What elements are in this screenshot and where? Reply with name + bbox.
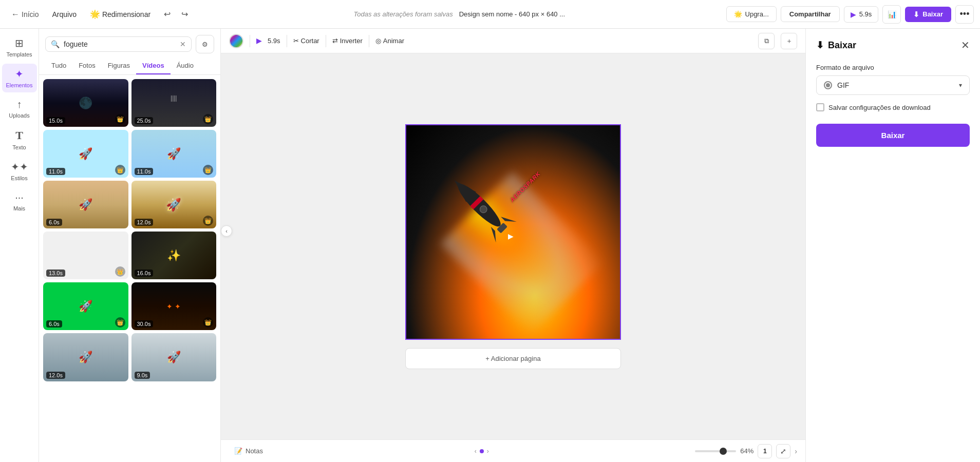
share-button[interactable]: Compartilhar	[781, 6, 840, 22]
expand-right-icon[interactable]: ›	[795, 447, 797, 455]
cut-button[interactable]: ✂ Cortar	[293, 37, 319, 45]
upgrade-label: Upgra...	[745, 10, 769, 18]
animate-button[interactable]: ◎ Animar	[375, 37, 404, 45]
video-result-7[interactable]: 13.0s 👑	[43, 232, 128, 279]
video-result-12[interactable]: 🚀 9.0s	[131, 333, 217, 381]
filter-button[interactable]: ⚙	[196, 35, 214, 53]
zoom-thumb	[720, 448, 727, 455]
clear-search-icon[interactable]: ✕	[180, 40, 186, 48]
duplicate-button[interactable]: ⧉	[758, 33, 775, 49]
crown-4: 👑	[203, 165, 213, 175]
bottom-center: ‹ ›	[475, 448, 489, 455]
baixar-button[interactable]: Baixar	[816, 124, 970, 147]
templates-label: Templates	[6, 51, 32, 57]
tab-fotos[interactable]: Fotos	[72, 57, 102, 74]
crown-9: 👑	[115, 317, 125, 328]
tab-audio[interactable]: Áudio	[171, 57, 200, 74]
video-result-11[interactable]: 🚀 12.0s	[43, 333, 128, 381]
crown-10: 👑	[203, 317, 213, 328]
chevron-down-icon: ▾	[959, 82, 962, 89]
sidebar-item-estilos[interactable]: ✦✦ Estilos	[2, 157, 37, 185]
search-input[interactable]	[64, 40, 176, 48]
prev-page-icon[interactable]: ‹	[475, 448, 477, 455]
play-icon: ▶	[256, 37, 261, 45]
video-result-1[interactable]: 🌑 15.0s 👑	[43, 79, 128, 127]
tab-videos[interactable]: Vídeos	[136, 57, 171, 74]
upgrade-button[interactable]: 🌟 Upgra...	[726, 6, 777, 22]
hide-panel-button[interactable]: ‹	[221, 225, 232, 237]
analytics-icon: 📊	[888, 10, 896, 18]
tab-tudo[interactable]: Tudo	[45, 57, 72, 74]
crown-6: 👑	[203, 216, 213, 226]
texto-icon: T	[15, 129, 23, 142]
redo-button[interactable]: ↪	[176, 6, 193, 23]
video-result-5[interactable]: 🚀 6.0s	[43, 181, 128, 228]
video-result-6[interactable]: 🚀 12.0s 👑	[131, 181, 217, 228]
save-settings-checkbox[interactable]	[816, 103, 824, 111]
fullscreen-button[interactable]: ⤢	[776, 444, 790, 458]
duration-1: 15.0s	[46, 117, 65, 124]
duration-2: 25.0s	[135, 117, 154, 124]
radio-inner	[826, 83, 830, 87]
video-result-9[interactable]: 🚀 6.0s 👑	[43, 282, 128, 330]
video-thumb-icon-4: 🚀	[167, 147, 181, 161]
tab-figuras-label: Figuras	[108, 62, 130, 69]
estilos-icon: ✦✦	[11, 161, 28, 173]
add-page-button[interactable]: + Adicionar página	[405, 348, 621, 369]
next-page-icon[interactable]: ›	[487, 448, 489, 455]
resize-button[interactable]: 🌟 Redimensionar	[85, 6, 156, 22]
add-button[interactable]: ＋	[781, 33, 797, 49]
color-picker[interactable]	[229, 34, 243, 48]
rocket-outline-icon: 🚀	[166, 198, 181, 212]
scissors-icon: ✂	[293, 37, 299, 45]
duration-9: 6.0s	[46, 320, 62, 328]
duration-11: 12.0s	[46, 372, 65, 379]
duplicate-icon: ⧉	[764, 37, 769, 45]
download-top-button[interactable]: ⬇ Baixar	[905, 7, 951, 22]
timer-button[interactable]: ▶ 5.9s	[844, 6, 879, 23]
undo-button[interactable]: ↩	[159, 6, 175, 23]
format-select-left: GIF	[824, 81, 849, 89]
save-settings[interactable]: Salvar configurações de download	[816, 103, 970, 111]
sidebar-item-uploads[interactable]: ↑ Uploads	[2, 94, 37, 123]
sidebar-item-templates[interactable]: ⊞ Templates	[2, 33, 37, 62]
page-indicator: ‹ ›	[475, 448, 489, 455]
duration-4: 11.0s	[135, 168, 154, 175]
sidebar-item-texto[interactable]: T Texto	[2, 125, 37, 155]
video-result-2[interactable]: |||| 25.0s 👑	[131, 79, 217, 127]
tab-figuras[interactable]: Figuras	[102, 57, 136, 74]
video-result-10[interactable]: ✦ ✦ 30.0s 👑	[131, 282, 217, 330]
baixar-label: Baixar	[881, 131, 905, 140]
close-panel-button[interactable]: ✕	[961, 39, 970, 51]
video-result-4[interactable]: 🚀 11.0s 👑	[131, 130, 217, 178]
texto-label: Texto	[12, 144, 26, 150]
analytics-button[interactable]: 📊	[882, 5, 901, 24]
notes-button[interactable]: 📝 Notas	[229, 445, 268, 457]
notes-icon: 📝	[234, 447, 242, 455]
duration-8: 16.0s	[135, 270, 154, 277]
sidebar-item-elementos[interactable]: ✦ Elementos	[2, 64, 37, 92]
duration-10: 30.0s	[135, 320, 154, 328]
video-result-8[interactable]: ✨ 16.0s	[131, 232, 217, 279]
home-button[interactable]: ← Início	[6, 7, 44, 22]
format-select[interactable]: GIF ▾	[816, 75, 970, 95]
page-number-button[interactable]: 1	[758, 444, 772, 458]
results-grid: 🌑 15.0s 👑 |||| 25.0s 👑 🚀 11.0s 👑 🚀 11.0s…	[39, 75, 220, 462]
inner-toolbar: ▶ 5.9s ✂ Cortar ⇄ Inverter ◎ Animar ⧉ ＋	[221, 29, 805, 53]
zoom-slider[interactable]	[695, 450, 736, 452]
search-input-wrap[interactable]: 🔍 ✕	[45, 36, 192, 52]
canvas-frame[interactable]: AEROSPARK ▶	[405, 124, 621, 340]
file-button[interactable]: Arquivo	[47, 7, 81, 22]
format-radio	[824, 81, 832, 89]
tab-videos-label: Vídeos	[142, 62, 164, 69]
crown-3: 👑	[115, 165, 125, 175]
zoom-label: 64%	[740, 447, 753, 455]
flip-icon: ⇄	[332, 37, 338, 45]
flip-button[interactable]: ⇄ Inverter	[332, 37, 363, 45]
filter-icon: ⚙	[202, 41, 208, 48]
sidebar-item-mais[interactable]: ··· Mais	[2, 187, 37, 216]
video-result-3[interactable]: 🚀 11.0s 👑	[43, 130, 128, 178]
tab-audio-label: Áudio	[177, 62, 194, 69]
video-thumb-icon-10: ✦ ✦	[166, 302, 181, 311]
more-button[interactable]: •••	[955, 5, 974, 24]
